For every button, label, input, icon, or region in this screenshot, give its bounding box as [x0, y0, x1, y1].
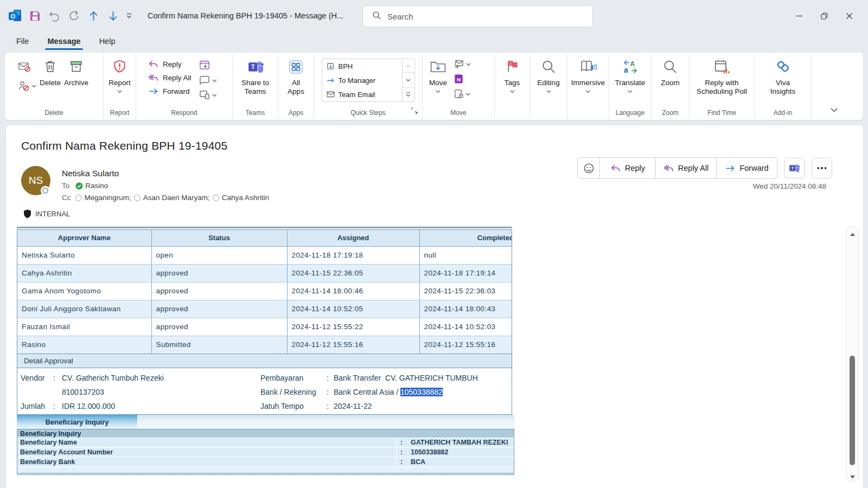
onenote-button[interactable]: N [454, 74, 471, 84]
meeting-button[interactable] [199, 60, 217, 70]
quick-step-icon [327, 91, 335, 98]
editing-button[interactable]: Editing [537, 53, 559, 120]
im-reply-button[interactable] [199, 75, 217, 85]
title-bar: O Confirm Nama Rekening BPH 19-19405 - M… [0, 0, 868, 33]
beneficiary-tab-row: Beneficiary Inquiry [17, 415, 514, 429]
ribbon-group-respond: Reply Reply All Forward [136, 53, 233, 120]
group-label-move: Move [423, 109, 494, 117]
close-button[interactable] [837, 4, 861, 27]
smiley-icon [583, 163, 595, 174]
recipient-cc[interactable]: Cahya Ashritin [222, 194, 269, 202]
group-label-quick-steps: Quick Steps [314, 109, 422, 117]
ribbon-group-move: Move N Move [423, 53, 495, 120]
pembayaran-value: Bank Transfer CV. GATHERICH TUMBUH [334, 374, 478, 382]
block-sender-button[interactable] [18, 80, 36, 92]
presence-unknown-icon [75, 195, 82, 201]
zoom-icon [662, 59, 678, 76]
reactions-button[interactable] [577, 157, 600, 179]
selected-text: 1050338882 [400, 388, 443, 396]
quick-steps-scroll-down[interactable] [403, 73, 414, 87]
rules-button[interactable] [454, 60, 471, 69]
save-button[interactable] [27, 8, 42, 24]
body-top-rule [17, 227, 512, 228]
beneficiary-row: Beneficiary Account Number : 1050338882 [17, 448, 514, 458]
ribbon-filler [812, 53, 864, 120]
quick-step-to-manager[interactable]: To Manager [322, 73, 402, 87]
table-row: Cahya Ashritinapproved2024-11-15 22:36:0… [17, 264, 512, 282]
bank-value: Bank Central Asia / 1050338882 [334, 388, 443, 396]
share-to-teams-button-header[interactable]: T [784, 158, 805, 178]
scrollbar-up-arrow[interactable] [849, 231, 856, 237]
svg-text:T: T [792, 165, 794, 170]
beneficiary-bottom-bar [17, 472, 514, 475]
ribbon-group-delete: Delete Archive Delete [5, 53, 104, 120]
quick-steps-dialog-launcher[interactable] [411, 106, 418, 116]
forward-button-header[interactable]: Forward [716, 157, 777, 179]
archive-icon [69, 59, 84, 76]
actions-button[interactable] [454, 89, 471, 99]
trash-icon [43, 59, 58, 76]
forward-attachment-button[interactable] [199, 90, 217, 100]
all-apps-icon [288, 59, 304, 76]
svg-text:A: A [630, 60, 635, 68]
quick-steps-scroll-up[interactable] [403, 59, 414, 73]
magnifier-icon [541, 59, 556, 76]
beneficiary-row: Beneficiary Bank : BCA [17, 458, 514, 467]
reply-button[interactable]: Reply [148, 60, 192, 68]
reply-all-button-header[interactable]: Reply All [655, 157, 717, 179]
tags-button[interactable]: Tags [505, 53, 520, 120]
redo-button[interactable] [66, 8, 81, 24]
menu-file[interactable]: File [15, 35, 30, 48]
minimize-button[interactable] [787, 4, 812, 27]
bank-label: Bank / Rekening [260, 388, 316, 396]
recipient-cc[interactable]: Asan Daeri Maryam; [143, 194, 210, 202]
menu-message[interactable]: Message [46, 35, 81, 48]
reply-button-header[interactable]: Reply [599, 157, 656, 179]
immersive-reader-icon [579, 59, 597, 76]
quick-step-team-email[interactable]: Team Email [322, 87, 402, 101]
collapse-ribbon-chevron[interactable] [831, 105, 838, 114]
svg-text:T: T [251, 63, 255, 70]
reply-all-icon [148, 74, 158, 82]
ribbon-group-report: Report Report [104, 53, 136, 120]
menu-help[interactable]: Help [98, 35, 117, 48]
scrollbar-thumb[interactable] [850, 356, 855, 465]
ribbon-group-quick-steps: BPH To Manager Team Email [314, 53, 423, 120]
reply-all-button[interactable]: Reply All [148, 74, 192, 82]
table-row: RasinoSubmitted2024-11-12 15:55:162024-1… [17, 336, 512, 354]
group-label-delete: Delete [5, 109, 103, 117]
ignore-button[interactable] [18, 61, 36, 73]
window-title: Confirm Nama Rekening BPH 19-19405 - Mes… [148, 11, 343, 20]
group-label-find-time: Find Time [690, 109, 754, 117]
ribbon-group-editing: Editing [530, 53, 567, 120]
flag-icon [505, 59, 520, 76]
group-label-addin: Add-in [755, 109, 811, 117]
outlook-app-icon: O [8, 8, 23, 24]
quick-steps-box: BPH To Manager Team Email [322, 59, 415, 102]
undo-button[interactable] [47, 8, 62, 24]
restore-button[interactable] [812, 4, 837, 27]
move-up-button[interactable] [86, 8, 101, 24]
table-row: Doni Juli Anggoro Saktiawanapproved2024-… [17, 300, 512, 318]
immersive-button[interactable]: Immersive [571, 53, 605, 120]
beneficiary-header: Beneficiary Inquiry [17, 429, 514, 438]
forward-button[interactable]: Forward [148, 87, 192, 95]
more-icon [818, 167, 827, 169]
quick-steps-more[interactable] [403, 88, 414, 101]
quick-step-bph[interactable]: BPH [322, 59, 402, 73]
table-row: Gama Anom Yogotomoapproved2024-11-14 18:… [17, 282, 512, 300]
scrollbar-down-arrow[interactable] [849, 474, 856, 480]
recipient-to[interactable]: Rasino [85, 182, 108, 190]
vendor-account: 8100137203 [62, 388, 104, 396]
search-box[interactable] [362, 5, 593, 27]
jatuh-tempo-value: 2024-11-22 [334, 402, 372, 410]
more-actions-button[interactable] [812, 158, 832, 178]
svg-text:a: a [624, 66, 628, 74]
customize-qat-chevron-icon[interactable] [125, 8, 133, 24]
beneficiary-empty-row [17, 467, 514, 472]
search-input[interactable] [387, 12, 550, 21]
recipient-cc[interactable]: Meganingrum; [85, 194, 131, 202]
move-down-button[interactable] [105, 8, 120, 24]
sender-name[interactable]: Netiska Sularto [62, 169, 119, 178]
quick-access-toolbar: O [8, 8, 133, 24]
